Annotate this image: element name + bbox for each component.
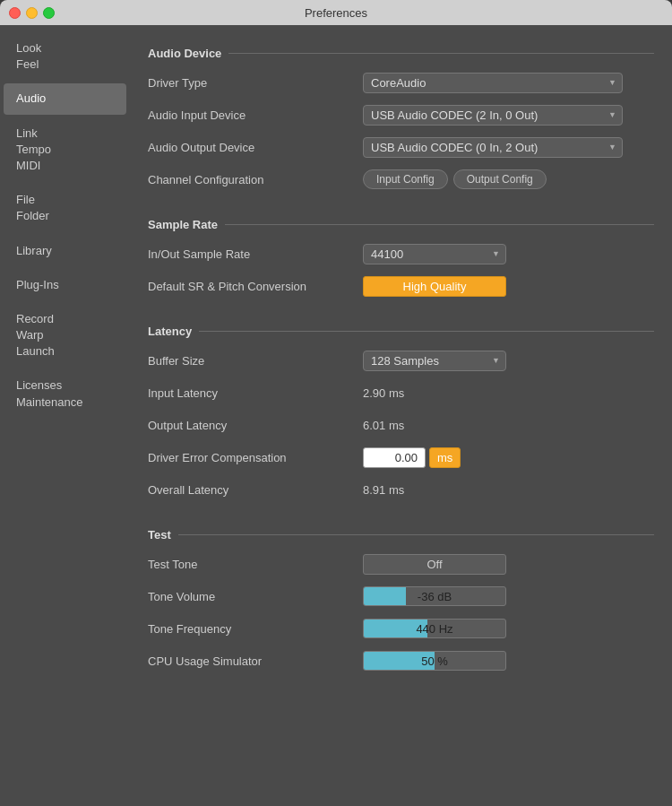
close-button[interactable]: [9, 7, 21, 19]
audio-device-divider: [228, 53, 654, 54]
driver-error-label: Driver Error Compensation: [148, 451, 363, 464]
inout-sample-rate-dropdown[interactable]: 44100 48000 88200 96000: [363, 244, 506, 264]
channel-config-label: Channel Configuration: [148, 173, 363, 186]
test-tone-label: Test Tone: [148, 558, 363, 571]
output-latency-label: Output Latency: [148, 419, 363, 432]
input-latency-label: Input Latency: [148, 386, 363, 400]
sample-rate-section-header: Sample Rate: [148, 218, 654, 231]
driver-error-control: 0.00 ms: [363, 447, 654, 468]
tone-freq-value: 440 Hz: [416, 622, 452, 636]
audio-output-dropdown[interactable]: USB Audio CODEC (0 In, 2 Out): [363, 137, 623, 158]
high-quality-button[interactable]: High Quality: [363, 276, 506, 297]
test-section-header: Test: [148, 528, 654, 542]
driver-type-dropdown-wrapper: CoreAudio None: [363, 73, 623, 93]
inout-sample-rate-row: In/Out Sample Rate 44100 48000 88200 960…: [148, 242, 654, 265]
driver-error-row: Driver Error Compensation 0.00 ms: [148, 446, 654, 469]
channel-config-control: Input Config Output Config: [363, 169, 654, 189]
test-tone-row: Test Tone Off: [148, 552, 654, 576]
tone-freq-row: Tone Frequency 440 Hz: [148, 617, 654, 640]
buffer-size-label: Buffer Size: [148, 354, 363, 368]
maximize-button[interactable]: [43, 7, 55, 19]
overall-latency-value: 8.91 ms: [363, 483, 404, 497]
driver-error-input[interactable]: 0.00: [363, 447, 426, 468]
tone-freq-control: 440 Hz: [363, 619, 654, 638]
inout-sample-rate-label: In/Out Sample Rate: [148, 247, 363, 261]
input-config-button[interactable]: Input Config: [363, 169, 448, 189]
sidebar-item-plug-ins[interactable]: Plug-Ins: [4, 270, 126, 300]
buffer-size-row: Buffer Size 32 Samples 64 Samples 128 Sa…: [148, 349, 654, 372]
minimize-button[interactable]: [26, 7, 38, 19]
cpu-usage-label: CPU Usage Simulator: [148, 654, 363, 668]
overall-latency-label: Overall Latency: [148, 483, 363, 497]
default-sr-control: High Quality: [363, 276, 654, 297]
sample-rate-divider: [225, 224, 654, 225]
default-sr-label: Default SR & Pitch Conversion: [148, 280, 363, 293]
tone-volume-control: -36 dB: [363, 586, 654, 606]
traffic-lights: [9, 7, 55, 19]
sidebar-item-audio[interactable]: Audio: [4, 83, 126, 114]
test-tone-button[interactable]: Off: [363, 554, 506, 575]
test-tone-control: Off: [363, 554, 654, 575]
latency-label: Latency: [148, 325, 192, 338]
audio-output-label: Audio Output Device: [148, 141, 363, 154]
driver-type-row: Driver Type CoreAudio None: [148, 71, 654, 94]
cpu-usage-slider[interactable]: 50 %: [363, 651, 506, 671]
tone-volume-row: Tone Volume -36 dB: [148, 585, 654, 608]
tone-freq-label: Tone Frequency: [148, 622, 363, 636]
buffer-size-control: 32 Samples 64 Samples 128 Samples 256 Sa…: [363, 351, 654, 371]
audio-output-control: USB Audio CODEC (0 In, 2 Out): [363, 137, 654, 158]
sidebar-item-link-tempo-midi[interactable]: Link Tempo MIDI: [4, 118, 126, 182]
input-latency-value: 2.90 ms: [363, 386, 404, 400]
overall-latency-row: Overall Latency 8.91 ms: [148, 478, 654, 501]
audio-input-dropdown-wrapper: USB Audio CODEC (2 In, 0 Out): [363, 105, 623, 126]
title-bar: Preferences: [0, 0, 672, 25]
cpu-usage-control: 50 %: [363, 651, 654, 671]
audio-device-section-header: Audio Device: [148, 47, 654, 60]
audio-input-dropdown[interactable]: USB Audio CODEC (2 In, 0 Out): [363, 105, 623, 126]
buffer-size-dropdown-wrapper: 32 Samples 64 Samples 128 Samples 256 Sa…: [363, 351, 506, 371]
tone-volume-label: Tone Volume: [148, 590, 363, 603]
driver-error-unit: ms: [429, 447, 461, 468]
content-area: Audio Device Driver Type CoreAudio None …: [130, 25, 672, 806]
audio-device-label: Audio Device: [148, 47, 221, 60]
input-latency-value-container: 2.90 ms: [363, 386, 654, 400]
audio-output-dropdown-wrapper: USB Audio CODEC (0 In, 2 Out): [363, 137, 623, 158]
latency-divider: [199, 331, 654, 332]
sidebar: Look Feel Audio Link Tempo MIDI File Fol…: [0, 25, 130, 806]
latency-section-header: Latency: [148, 325, 654, 338]
window-title: Preferences: [305, 6, 367, 20]
tone-freq-slider[interactable]: 440 Hz: [363, 619, 506, 638]
driver-type-control: CoreAudio None: [363, 73, 654, 93]
sidebar-item-file-folder[interactable]: File Folder: [4, 185, 126, 231]
output-config-button[interactable]: Output Config: [453, 169, 547, 189]
test-label: Test: [148, 528, 171, 542]
output-latency-value: 6.01 ms: [363, 419, 404, 432]
sidebar-item-library[interactable]: Library: [4, 236, 126, 266]
input-latency-row: Input Latency 2.90 ms: [148, 381, 654, 404]
sample-rate-label: Sample Rate: [148, 218, 218, 231]
driver-type-label: Driver Type: [148, 76, 363, 90]
driver-type-dropdown[interactable]: CoreAudio None: [363, 73, 623, 93]
tone-volume-slider[interactable]: -36 dB: [363, 586, 506, 606]
test-divider: [178, 534, 654, 535]
default-sr-row: Default SR & Pitch Conversion High Quali…: [148, 274, 654, 298]
overall-latency-value-container: 8.91 ms: [363, 483, 654, 497]
cpu-usage-row: CPU Usage Simulator 50 %: [148, 649, 654, 672]
sidebar-item-look-feel[interactable]: Look Feel: [4, 33, 126, 80]
tone-volume-fill: [364, 587, 406, 605]
audio-input-label: Audio Input Device: [148, 108, 363, 122]
sidebar-item-record-warp-launch[interactable]: Record Warp Launch: [4, 304, 126, 368]
cpu-usage-value: 50 %: [421, 654, 448, 668]
output-latency-value-container: 6.01 ms: [363, 419, 654, 432]
audio-output-row: Audio Output Device USB Audio CODEC (0 I…: [148, 135, 654, 159]
sidebar-item-licenses-maintenance[interactable]: Licenses Maintenance: [4, 370, 126, 417]
inout-sample-rate-dropdown-wrapper: 44100 48000 88200 96000: [363, 244, 506, 264]
audio-input-control: USB Audio CODEC (2 In, 0 Out): [363, 105, 654, 126]
output-latency-row: Output Latency 6.01 ms: [148, 413, 654, 437]
inout-sample-rate-control: 44100 48000 88200 96000: [363, 244, 654, 264]
audio-input-row: Audio Input Device USB Audio CODEC (2 In…: [148, 103, 654, 126]
channel-config-row: Channel Configuration Input Config Outpu…: [148, 168, 654, 191]
main-container: Look Feel Audio Link Tempo MIDI File Fol…: [0, 25, 672, 806]
tone-volume-value: -36 dB: [418, 590, 452, 603]
buffer-size-dropdown[interactable]: 32 Samples 64 Samples 128 Samples 256 Sa…: [363, 351, 506, 371]
